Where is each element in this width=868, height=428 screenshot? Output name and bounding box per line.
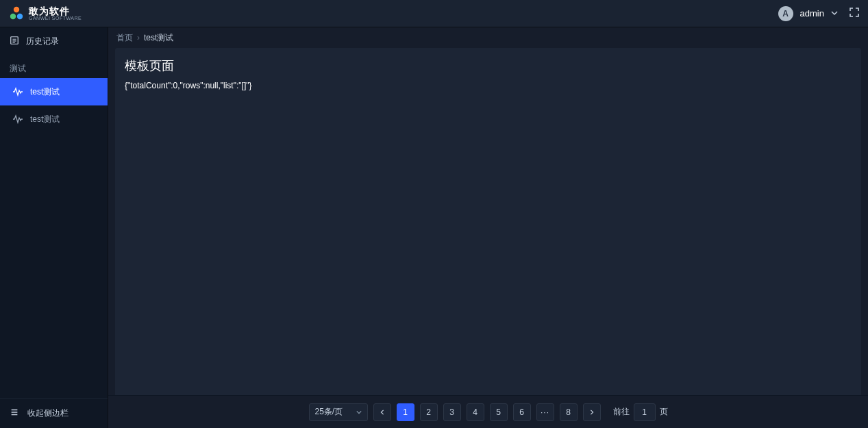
logo[interactable]: 敢为软件 GANWEI SOFTWARE: [8, 5, 82, 22]
breadcrumb: 首页 › test测试: [108, 27, 868, 48]
svg-point-1: [10, 13, 16, 18]
page-number-button[interactable]: 3: [443, 403, 461, 421]
wave-icon: [12, 114, 23, 125]
sidebar-collapse-label: 收起侧边栏: [27, 407, 69, 419]
sidebar-collapse-button[interactable]: 收起侧边栏: [0, 398, 108, 428]
sidebar-item-label: test测试: [30, 114, 60, 125]
json-output: {"totalCount":0,"rows":null,"list":"[]"}: [125, 81, 852, 90]
collapse-icon: [10, 407, 19, 419]
avatar[interactable]: A: [778, 6, 793, 21]
main-content: 首页 › test测试 模板页面 {"totalCount":0,"rows":…: [108, 27, 868, 428]
content-card: 模板页面 {"totalCount":0,"rows":null,"list":…: [115, 48, 861, 397]
goto-label: 前往: [613, 406, 630, 418]
page-number-button[interactable]: 5: [490, 403, 508, 421]
sidebar: 历史记录 测试 test测试 test测试 收起侧边栏: [0, 27, 108, 428]
page-number-button[interactable]: 4: [467, 403, 484, 421]
wave-icon: [12, 86, 23, 97]
header: 敢为软件 GANWEI SOFTWARE A admin: [0, 0, 868, 27]
goto-input[interactable]: [634, 403, 656, 421]
chevron-down-icon: [356, 407, 362, 417]
sidebar-group-test: 测试: [0, 55, 108, 78]
fullscreen-icon[interactable]: [849, 7, 860, 20]
logo-text-en: GANWEI SOFTWARE: [29, 16, 82, 21]
svg-point-0: [14, 6, 19, 12]
page-number-button[interactable]: 6: [513, 403, 531, 421]
page-next-button[interactable]: [583, 403, 601, 421]
sidebar-item-label: test测试: [30, 86, 60, 98]
page-ellipsis[interactable]: ···: [536, 403, 554, 421]
page-size-label: 25条/页: [315, 406, 343, 418]
logo-icon: [8, 5, 25, 22]
sidebar-item-test-2[interactable]: test测试: [0, 105, 108, 133]
page-size-select[interactable]: 25条/页: [309, 403, 368, 421]
username-label: admin: [800, 8, 824, 18]
chevron-down-icon[interactable]: [831, 8, 838, 18]
sidebar-item-label: 历史记录: [26, 36, 59, 47]
sidebar-item-history[interactable]: 历史记录: [0, 27, 108, 55]
page-title: 模板页面: [125, 58, 852, 74]
history-icon: [10, 36, 19, 47]
svg-point-2: [17, 13, 23, 18]
page-number-button[interactable]: 8: [560, 403, 578, 421]
page-number-button[interactable]: 2: [420, 403, 438, 421]
breadcrumb-current: test测试: [144, 32, 173, 44]
logo-text-cn: 敢为软件: [29, 6, 82, 16]
paginator: 25条/页 1 2 3 4 5 6 ··· 8 前往 页: [108, 395, 868, 428]
sidebar-item-test-1[interactable]: test测试: [0, 78, 108, 105]
chevron-right-icon: ›: [137, 33, 140, 42]
page-prev-button[interactable]: [373, 403, 391, 421]
sidebar-group-label: 测试: [10, 63, 26, 75]
page-number-button[interactable]: 1: [397, 403, 414, 421]
goto-suffix: 页: [660, 406, 668, 418]
breadcrumb-home[interactable]: 首页: [116, 32, 133, 44]
